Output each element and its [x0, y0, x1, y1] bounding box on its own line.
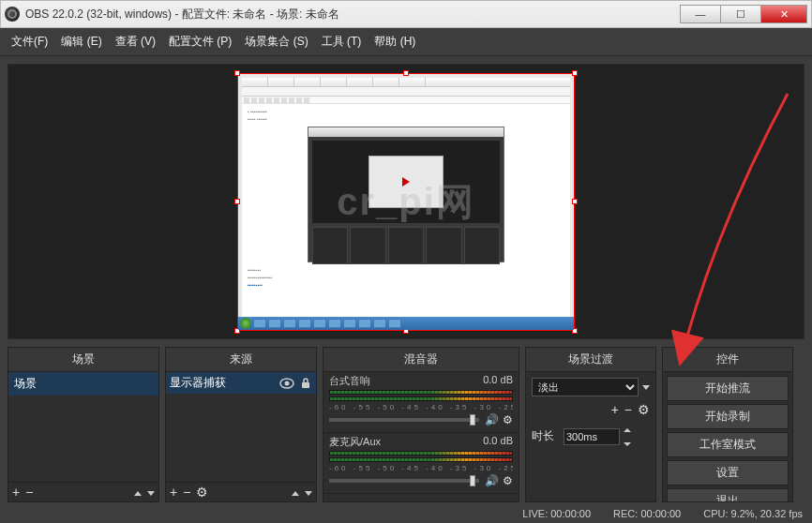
source-item-label: 显示器捕获 [170, 375, 275, 391]
channel-db: 0.0 dB [483, 374, 513, 388]
source-move-up-button[interactable] [292, 485, 299, 500]
status-bar: LIVE: 00:00:00 REC: 00:00:00 CPU: 9.2%, … [0, 506, 812, 523]
selected-source-bounds[interactable]: ▪ ▪▪▪▪▪▪▪▪▪▪▪▪▪▪▪ ▪▪▪▪▪▪ ▪▪▪▪▪▪▪▪▪▪▪▪▪▪▪… [237, 73, 575, 331]
start-recording-button[interactable]: 开始录制 [667, 404, 789, 429]
menu-tools[interactable]: 工具 (T) [322, 34, 362, 50]
captured-taskbar [238, 317, 574, 330]
captured-display-content: ▪ ▪▪▪▪▪▪▪▪▪▪▪▪▪▪▪ ▪▪▪▪▪▪ ▪▪▪▪▪▪▪▪▪▪▪▪▪▪▪… [242, 78, 570, 317]
channel-name: 台式音响 [329, 374, 370, 388]
window-close-button[interactable]: ✕ [760, 5, 807, 23]
volume-slider[interactable] [329, 479, 479, 483]
menu-view[interactable]: 查看 (V) [115, 34, 156, 50]
window-titlebar: OBS 22.0.2 (32-bit, windows) - 配置文件: 未命名… [0, 0, 812, 28]
mixer-channel-desktop: 台式音响 0.0 dB -60 -55 -50 -45 -40 -35 -30 … [323, 372, 519, 433]
lock-toggle-icon[interactable] [299, 377, 312, 390]
add-scene-button[interactable]: + [12, 485, 20, 500]
duration-label: 时长 [532, 428, 560, 444]
menu-bar: 文件(F) 编辑 (E) 查看 (V) 配置文件 (P) 场景集合 (S) 工具… [0, 28, 812, 56]
sources-panel: 来源 显示器捕获 + − ⚙ [165, 347, 317, 502]
source-properties-button[interactable]: ⚙ [196, 485, 208, 500]
transition-properties-button[interactable]: ⚙ [638, 402, 650, 417]
resize-handle[interactable] [234, 199, 240, 204]
mixer-panel-title: 混音器 [323, 348, 519, 372]
menu-scene-collection[interactable]: 场景集合 (S) [245, 34, 308, 50]
vu-meter [329, 451, 513, 456]
visibility-toggle-icon[interactable] [278, 377, 295, 390]
menu-profile[interactable]: 配置文件 (P) [169, 34, 232, 50]
resize-handle[interactable] [234, 70, 240, 76]
channel-name: 麦克风/Aux [329, 435, 381, 449]
studio-mode-button[interactable]: 工作室模式 [667, 432, 789, 457]
obs-app-icon [5, 7, 20, 22]
transition-dropdown-icon[interactable] [642, 381, 650, 394]
mixer-channel-mic: 麦克风/Aux 0.0 dB -60 -55 -50 -45 -40 -35 -… [323, 433, 519, 494]
scenes-panel: 场景 场景 + − [8, 347, 159, 502]
channel-settings-icon[interactable]: ⚙ [503, 413, 513, 426]
source-item[interactable]: 显示器捕获 [166, 372, 316, 394]
resize-handle[interactable] [403, 70, 409, 76]
preview-area[interactable]: ▪ ▪▪▪▪▪▪▪▪▪▪▪▪▪▪▪ ▪▪▪▪▪▪ ▪▪▪▪▪▪▪▪▪▪▪▪▪▪▪… [8, 64, 804, 339]
scene-move-up-button[interactable] [134, 485, 142, 500]
volume-slider[interactable] [329, 418, 479, 422]
controls-panel-title: 控件 [663, 348, 792, 372]
window-title: OBS 22.0.2 (32-bit, windows) - 配置文件: 未命名… [25, 7, 681, 22]
db-scale: -60 -55 -50 -45 -40 -35 -30 -25 -20 -15 … [329, 403, 513, 411]
window-minimize-button[interactable]: — [680, 5, 721, 23]
scene-move-down-button[interactable] [147, 485, 155, 500]
transition-select[interactable]: 淡出 [532, 378, 639, 396]
resize-handle[interactable] [572, 70, 578, 76]
vu-meter [329, 396, 513, 401]
scenes-list[interactable]: 场景 [8, 372, 158, 482]
window-maximize-button[interactable]: ☐ [720, 5, 761, 23]
duration-input[interactable] [564, 428, 620, 445]
transitions-panel-title: 场景过渡 [526, 348, 655, 372]
bottom-panels: 场景 场景 + − 来源 显示器捕获 [0, 347, 812, 506]
settings-button[interactable]: 设置 [667, 460, 789, 486]
vu-meter [329, 457, 513, 462]
sources-list[interactable]: 显示器捕获 [166, 372, 316, 482]
scene-item[interactable]: 场景 [8, 372, 158, 396]
duration-spin-down[interactable] [624, 437, 631, 450]
menu-edit[interactable]: 编辑 (E) [61, 34, 101, 50]
transitions-panel: 场景过渡 淡出 + − ⚙ 时长 [525, 347, 656, 502]
sources-panel-title: 来源 [166, 348, 316, 372]
nested-obs-window [308, 127, 504, 262]
menu-help[interactable]: 帮助 (H) [374, 34, 415, 50]
channel-settings-icon[interactable]: ⚙ [503, 474, 513, 487]
add-transition-button[interactable]: + [611, 402, 619, 417]
svg-point-1 [285, 381, 290, 385]
status-rec: REC: 00:00:00 [613, 508, 681, 519]
status-live: LIVE: 00:00:00 [522, 508, 591, 519]
mixer-panel: 混音器 台式音响 0.0 dB -60 -55 -50 -45 -40 -35 … [323, 347, 519, 502]
exit-button[interactable]: 退出 [667, 488, 789, 501]
mixer-body: 台式音响 0.0 dB -60 -55 -50 -45 -40 -35 -30 … [323, 372, 519, 501]
speaker-icon[interactable]: 🔊 [485, 413, 499, 426]
remove-source-button[interactable]: − [183, 485, 190, 500]
source-move-down-button[interactable] [305, 485, 312, 500]
scenes-panel-title: 场景 [8, 348, 158, 372]
remove-scene-button[interactable]: − [25, 485, 33, 500]
menu-file[interactable]: 文件(F) [11, 34, 48, 50]
obs-main: 文件(F) 编辑 (E) 查看 (V) 配置文件 (P) 场景集合 (S) 工具… [0, 28, 812, 523]
duration-spin-up[interactable] [624, 423, 631, 436]
db-scale: -60 -55 -50 -45 -40 -35 -30 -25 -20 -15 … [329, 464, 513, 472]
channel-db: 0.0 dB [483, 435, 513, 449]
add-source-button[interactable]: + [170, 485, 177, 500]
svg-rect-2 [302, 382, 309, 388]
speaker-icon[interactable]: 🔊 [485, 474, 499, 487]
status-cpu: CPU: 9.2%, 20.32 fps [703, 508, 803, 519]
resize-handle[interactable] [572, 199, 578, 204]
vu-meter [329, 390, 513, 395]
controls-panel: 控件 开始推流 开始录制 工作室模式 设置 退出 [662, 347, 793, 502]
start-streaming-button[interactable]: 开始推流 [667, 376, 789, 401]
remove-transition-button[interactable]: − [624, 402, 632, 417]
